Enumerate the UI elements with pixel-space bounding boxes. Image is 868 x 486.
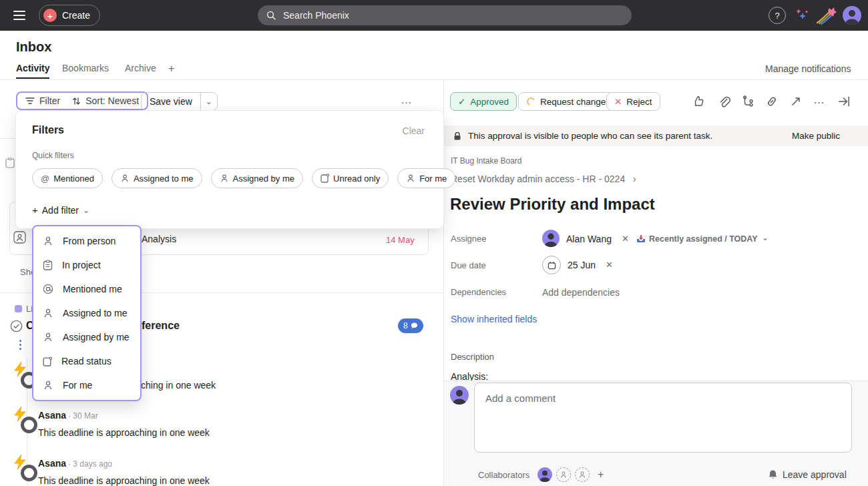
- help-button[interactable]: ?: [769, 7, 786, 24]
- tab-activity[interactable]: Activity: [16, 63, 50, 73]
- description-label: Description: [451, 352, 494, 362]
- chevron-down-icon: ⌄: [83, 206, 89, 215]
- collapse-pane-button[interactable]: [837, 95, 851, 108]
- search-bar[interactable]: [258, 5, 632, 25]
- chip-mentioned[interactable]: @ Mentioned: [32, 168, 103, 188]
- menu-item-in-project[interactable]: In project: [33, 253, 140, 277]
- sort-button[interactable]: Sort: Newest: [72, 95, 139, 106]
- chip-label: Unread only: [333, 174, 380, 184]
- header-divider: [0, 79, 868, 80]
- attachment-button[interactable]: [717, 95, 730, 108]
- make-public-button[interactable]: Make public: [792, 131, 840, 141]
- hidden-clipboard-icon-fragment: [5, 158, 15, 168]
- reject-label: Reject: [626, 97, 652, 107]
- manage-notifications-link[interactable]: Manage notifications: [765, 63, 851, 74]
- chip-assigned-by-me[interactable]: Assigned by me: [211, 168, 304, 188]
- ai-sparkles-icon[interactable]: [793, 7, 811, 24]
- collaborator-placeholder-icon[interactable]: [556, 467, 571, 482]
- breadcrumb-parent-task[interactable]: Reset Workday admin access - HR - 0224 ›: [451, 174, 636, 184]
- feed-source[interactable]: Asana: [38, 458, 66, 469]
- approved-button[interactable]: ✓ Approved: [450, 92, 517, 111]
- read-status-icon: [43, 356, 52, 367]
- lock-icon: [453, 132, 461, 141]
- hamburger-menu-icon[interactable]: [13, 9, 25, 21]
- chip-for-me[interactable]: For me: [397, 168, 455, 188]
- sort-label: Sort: Newest: [85, 95, 139, 106]
- plus-circle-icon: +: [43, 9, 57, 22]
- calendar-icon[interactable]: [542, 256, 561, 274]
- clear-filters-button[interactable]: Clear: [403, 126, 425, 136]
- privacy-banner-text: This approval is visible to people who c…: [468, 131, 712, 141]
- privacy-banner: This approval is visible to people who c…: [444, 126, 868, 146]
- reject-button[interactable]: ✕ Reject: [606, 92, 660, 111]
- thread-dot: [19, 348, 21, 350]
- chip-unread-only[interactable]: Unread only: [312, 168, 389, 188]
- menu-item-assigned-by-me[interactable]: Assigned by me: [33, 325, 140, 349]
- filter-button[interactable]: Filter: [25, 95, 60, 106]
- remove-due-date-button[interactable]: ✕: [606, 260, 613, 270]
- menu-item-label: Mentioned me: [63, 284, 122, 294]
- tab-bookmarks[interactable]: Bookmarks: [62, 63, 109, 73]
- leave-approval-button[interactable]: Leave approval: [768, 469, 847, 480]
- current-user-avatar: [450, 386, 469, 405]
- list-overflow-button[interactable]: …: [401, 93, 413, 107]
- at-icon: @: [41, 174, 49, 184]
- chip-assigned-to-me[interactable]: Assigned to me: [112, 168, 202, 188]
- speech-bubble-icon: [411, 322, 418, 329]
- person-icon: [43, 308, 53, 318]
- add-collaborator-button[interactable]: +: [598, 469, 604, 481]
- add-filter-button[interactable]: + Add filter ⌄: [32, 204, 89, 216]
- copy-link-button[interactable]: [765, 95, 779, 108]
- quick-filters-label: Quick filters: [32, 151, 74, 160]
- menu-item-assigned-to-me[interactable]: Assigned to me: [33, 301, 140, 325]
- assignee-section-meta[interactable]: Recently assigned / TODAY: [649, 234, 758, 244]
- inbox-row-title-fragment[interactable]: Analysis: [142, 234, 176, 244]
- add-dependencies-button[interactable]: Add dependencies: [542, 287, 620, 298]
- tab-archive[interactable]: Archive: [125, 63, 156, 73]
- bot-avatar-ring: [21, 417, 37, 433]
- menu-item-from-person[interactable]: From person: [33, 229, 140, 253]
- assignee-name[interactable]: Alan Wang: [566, 234, 612, 244]
- expand-button[interactable]: [789, 95, 803, 108]
- person-icon: [406, 174, 415, 183]
- menu-item-label: Assigned to me: [63, 308, 128, 318]
- request-changes-button[interactable]: Request changes: [518, 92, 618, 111]
- feed-timestamp: · 3 days ago: [68, 459, 112, 469]
- feed-source[interactable]: Asana: [38, 410, 66, 421]
- menu-item-mentioned-me[interactable]: Mentioned me: [33, 277, 140, 301]
- task-title[interactable]: Review Priority and Impact: [450, 195, 655, 214]
- show-inherited-fields-link[interactable]: Show inherited fields: [451, 314, 537, 324]
- comment-input[interactable]: [475, 383, 851, 452]
- remove-assignee-button[interactable]: ✕: [622, 234, 629, 244]
- subtasks-button[interactable]: [741, 95, 754, 108]
- like-button[interactable]: [693, 95, 706, 108]
- collaborator-avatar[interactable]: [537, 467, 552, 482]
- collaborator-placeholder-icon[interactable]: [575, 467, 590, 482]
- due-date-value[interactable]: 25 Jun: [568, 260, 596, 270]
- comment-input-box[interactable]: [474, 383, 852, 453]
- person-icon: [220, 174, 229, 183]
- chevron-down-icon[interactable]: ⌄: [762, 233, 769, 242]
- menu-item-read-status[interactable]: Read status: [33, 349, 140, 373]
- request-changes-icon: [526, 97, 535, 106]
- search-input[interactable]: [282, 9, 624, 21]
- comment-count-badge[interactable]: 8: [398, 318, 423, 333]
- dependencies-label: Dependencies: [451, 287, 506, 297]
- celebration-icon[interactable]: [816, 5, 837, 25]
- save-view-chevron-button[interactable]: ⌄: [200, 93, 217, 110]
- breadcrumb-board[interactable]: IT Bug Intake Board: [451, 156, 522, 166]
- menu-item-label: For me: [63, 380, 92, 391]
- task-overflow-button[interactable]: …: [813, 93, 825, 107]
- chip-label: Mentioned: [53, 174, 94, 184]
- save-view-button[interactable]: Save view: [142, 93, 200, 110]
- create-button[interactable]: + Create: [39, 5, 100, 26]
- check-circle-icon[interactable]: [10, 320, 23, 332]
- add-tab-button[interactable]: +: [168, 63, 174, 75]
- parent-task-label: Reset Workday admin access - HR - 0224: [451, 174, 625, 184]
- task-title-fragment-end[interactable]: ference: [142, 320, 180, 332]
- menu-item-for-me[interactable]: For me: [33, 373, 140, 397]
- assignee-avatar[interactable]: [542, 230, 560, 247]
- question-icon: ?: [775, 11, 779, 21]
- x-icon: ✕: [614, 96, 622, 107]
- user-avatar[interactable]: [843, 6, 861, 25]
